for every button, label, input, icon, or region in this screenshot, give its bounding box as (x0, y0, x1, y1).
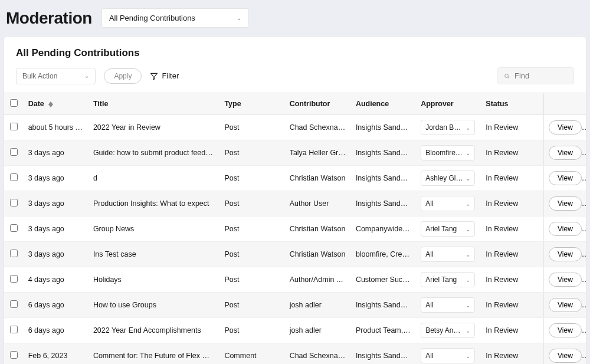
row-title: Group News (88, 217, 220, 242)
row-checkbox[interactable] (10, 123, 18, 130)
svg-marker-0 (151, 73, 158, 79)
chevron-down-icon: ⌄ (84, 73, 89, 79)
row-type: Post (219, 140, 284, 166)
row-contributor: Christian Watson (285, 166, 351, 191)
approver-dropdown[interactable]: All⌄ (421, 247, 475, 262)
row-checkbox[interactable] (10, 275, 18, 283)
view-button[interactable]: View (549, 120, 582, 135)
filter-button[interactable]: Filter (150, 71, 179, 80)
row-checkbox[interactable] (10, 300, 18, 308)
row-status: In Review (481, 217, 543, 242)
approver-dropdown[interactable]: All⌄ (421, 348, 475, 363)
row-checkbox[interactable] (10, 224, 18, 232)
col-type[interactable]: Type (219, 93, 284, 115)
row-date: 3 days ago (24, 242, 88, 267)
approver-value: Jordan Boyson (425, 123, 463, 132)
view-button[interactable]: View (549, 146, 582, 160)
row-checkbox[interactable] (10, 199, 18, 206)
row-status: In Review (481, 343, 543, 365)
chevron-down-icon: ⌄ (466, 327, 470, 334)
table-row: 4 days agoHolidaysPostAuthor/Admin TestC… (4, 267, 586, 293)
row-date: 6 days ago (24, 318, 88, 343)
row-type: Post (219, 115, 284, 140)
row-checkbox[interactable] (10, 173, 18, 181)
row-type: Post (219, 166, 284, 191)
row-title: Ins Test case (88, 242, 220, 267)
view-button[interactable]: View (549, 247, 582, 261)
table-row: 6 days agoHow to use GroupsPostjosh adle… (4, 293, 586, 318)
row-audience: Insights Sandbox (351, 140, 416, 166)
approver-dropdown[interactable]: Ariel Tang⌄ (421, 272, 475, 287)
row-status: In Review (481, 242, 543, 267)
col-approver[interactable]: Approver (416, 93, 481, 115)
search-box[interactable] (497, 67, 574, 84)
chevron-down-icon: ⌄ (466, 226, 470, 232)
row-checkbox-cell (4, 318, 24, 343)
row-type: Post (219, 267, 284, 293)
row-date: 3 days ago (24, 166, 88, 191)
col-audience[interactable]: Audience (351, 93, 416, 115)
row-checkbox-cell (4, 293, 24, 318)
col-title[interactable]: Title (88, 93, 220, 115)
row-audience: Insights Sandbox (351, 115, 416, 140)
row-checkbox-cell (4, 166, 24, 191)
view-button[interactable]: View (549, 222, 582, 236)
row-type: Post (219, 242, 284, 267)
pending-filter-dropdown[interactable]: All Pending Contributions ⌄ (101, 8, 249, 28)
approver-value: Ashley Gladden (425, 174, 463, 182)
table-row: 3 days agodPostChristian WatsonInsights … (4, 166, 586, 191)
approver-dropdown[interactable]: All⌄ (421, 297, 475, 313)
search-input[interactable] (514, 71, 568, 80)
chevron-down-icon: ⌄ (466, 302, 470, 309)
row-status: In Review (481, 293, 543, 318)
row-title: How to use Groups (88, 293, 220, 318)
contributions-table: Date Title Type Contributor Audience App… (4, 93, 586, 364)
view-button[interactable]: View (549, 171, 582, 185)
view-button[interactable]: View (549, 273, 582, 287)
row-title: 2022 Year End Accomplishments (88, 318, 220, 343)
col-actions (544, 93, 586, 115)
chevron-down-icon: ⌄ (466, 251, 470, 258)
chevron-down-icon: ⌄ (466, 150, 470, 156)
col-type-label: Type (224, 100, 241, 108)
col-contributor[interactable]: Contributor (285, 93, 351, 115)
row-approver-cell: Ariel Tang⌄ (416, 217, 481, 242)
pending-filter-label: All Pending Contributions (109, 14, 195, 22)
svg-marker-4 (48, 104, 53, 107)
apply-button[interactable]: Apply (104, 68, 142, 84)
row-audience: Product Team, Insig... (351, 318, 416, 343)
chevron-down-icon: ⌄ (466, 353, 470, 359)
approver-dropdown[interactable]: Jordan Boyson⌄ (421, 120, 475, 135)
approver-dropdown[interactable]: All⌄ (421, 196, 475, 211)
approver-dropdown[interactable]: Betsy Anderson⌄ (421, 323, 475, 338)
sort-icon (48, 101, 53, 107)
approver-dropdown[interactable]: Ariel Tang⌄ (421, 221, 475, 237)
approver-value: All (425, 250, 433, 258)
col-status[interactable]: Status (481, 93, 543, 115)
row-approver-cell: Ariel Tang⌄ (416, 267, 481, 293)
row-status: In Review (481, 115, 543, 140)
row-audience: Customer Success, I... (351, 267, 416, 293)
bulk-action-dropdown[interactable]: Bulk Action ⌄ (16, 68, 96, 84)
row-checkbox[interactable] (10, 148, 18, 156)
table-row: about 5 hours ago2022 Year in ReviewPost… (4, 115, 586, 140)
section-title: All Pending Contributions (4, 47, 586, 67)
approver-dropdown[interactable]: Bloomfire Amb...⌄ (421, 145, 475, 160)
view-button[interactable]: View (549, 196, 582, 211)
select-all-checkbox[interactable] (10, 99, 18, 107)
row-status: In Review (481, 140, 543, 166)
view-button[interactable]: View (549, 349, 582, 363)
row-checkbox-cell (4, 267, 24, 293)
row-date: 3 days ago (24, 191, 88, 217)
view-button[interactable]: View (549, 298, 582, 312)
col-date[interactable]: Date (24, 93, 88, 115)
approver-dropdown[interactable]: Ashley Gladden⌄ (421, 170, 475, 186)
row-checkbox[interactable] (10, 351, 18, 359)
view-button[interactable]: View (549, 323, 582, 337)
row-checkbox[interactable] (10, 326, 18, 333)
row-checkbox[interactable] (10, 250, 18, 257)
row-actions: View (544, 191, 586, 217)
chevron-down-icon: ⌄ (466, 124, 470, 131)
toolbar: Bulk Action ⌄ Apply Filter (4, 67, 586, 93)
col-select-all[interactable] (4, 93, 24, 115)
